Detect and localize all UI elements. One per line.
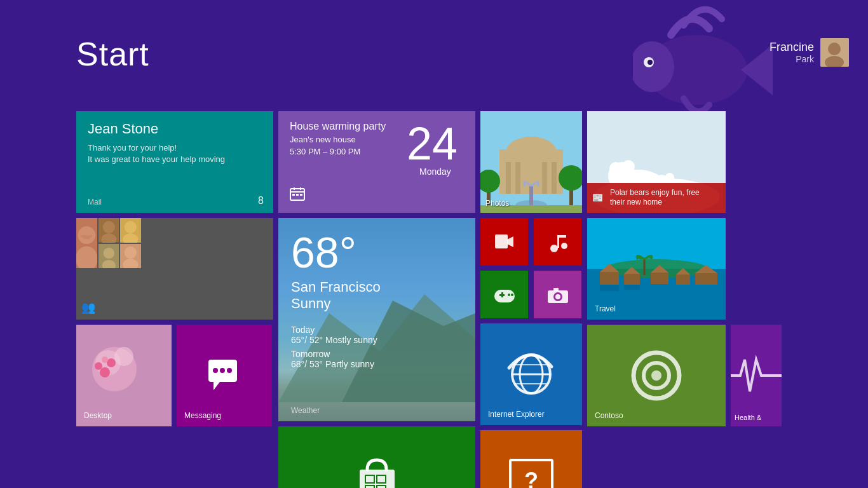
page-title: Start [76,35,149,73]
svg-rect-63 [552,162,557,194]
store-icon [353,454,401,489]
news-headline: Polar bears enjoy fun, freetheir new hom… [610,188,700,208]
svg-rect-76 [557,235,566,238]
svg-point-81 [511,294,513,296]
tile-health[interactable]: Health & [731,325,782,426]
tile-ie[interactable]: Internet Explorer [480,323,582,425]
tile-photos[interactable]: Photos [480,111,582,213]
weather-city: San Francisco [291,279,463,295]
ie-icon [506,349,557,400]
svg-rect-60 [506,162,511,194]
calendar-icon [290,187,305,205]
tile-weather[interactable]: 68° San Francisco Sunny Today 65°/ 52° M… [278,218,475,421]
tile-contoso[interactable]: Contoso [587,325,726,426]
news-icon: 📰 [592,193,605,203]
column-3: Photos [480,111,582,488]
weather-tomorrow: Tomorrow 68°/ 53° Partly sunny [291,349,463,369]
user-profile[interactable]: Francine Park [770,38,849,67]
svg-rect-104 [600,272,619,285]
music-icon [548,232,568,252]
svg-point-15 [102,221,114,233]
user-first-name: Francine [770,41,814,54]
weather-label: Weather [291,406,320,415]
weather-today: Today 65°/ 52° Mostly sunny [291,325,463,345]
cal-event-time: 5:30 PM – 9:00 PM [290,147,407,156]
small-tiles [480,218,582,318]
svg-rect-110 [676,274,690,285]
svg-rect-115 [624,285,640,290]
svg-point-4 [648,60,653,65]
tile-calendar[interactable]: House warming party Jean's new house 5:3… [278,111,475,213]
svg-rect-54 [377,476,385,482]
column-2: House warming party Jean's new house 5:3… [278,111,475,488]
svg-rect-71 [495,234,508,248]
svg-point-37 [220,368,225,373]
cal-event-title: House warming party [290,121,407,132]
svg-marker-1 [741,44,773,95]
svg-point-24 [125,246,137,258]
svg-rect-61 [515,162,520,194]
svg-point-119 [651,370,661,381]
help-icon: ? [509,459,553,488]
tile-travel[interactable]: Travel [587,218,726,320]
tile-desktop[interactable]: Desktop [76,325,172,426]
svg-rect-45 [300,194,302,196]
svg-marker-72 [507,236,513,247]
svg-marker-35 [214,382,220,390]
svg-rect-53 [366,476,374,482]
weather-condition: Sunny [291,295,463,312]
tile-help[interactable]: ? Help + Tips [480,430,582,488]
bottom-row-col4: Contoso Health & [587,325,782,426]
tile-video[interactable] [480,218,528,266]
tile-games[interactable] [480,271,528,318]
tile-people[interactable]: 👥 [76,218,273,320]
messaging-label: Messaging [184,411,221,420]
news-bar: 📰 Polar bears enjoy fun, freetheir new h… [587,183,726,213]
column-1: Jean Stone Thank you for your help! It w… [76,111,273,488]
messaging-icon [207,358,242,393]
svg-rect-55 [366,486,374,489]
svg-rect-44 [296,194,299,196]
svg-point-32 [107,358,116,367]
contoso-logo [631,350,682,401]
column-4: 📰 Polar bears enjoy fun, freetheir new h… [587,111,782,488]
svg-point-96 [622,160,635,173]
svg-point-30 [100,367,110,377]
camera-icon [547,286,569,304]
svg-point-73 [550,245,558,252]
tile-mail[interactable]: Jean Stone Thank you for your help! It w… [76,111,273,213]
svg-rect-62 [542,162,547,194]
svg-rect-85 [553,288,559,291]
weather-forecast: Today 65°/ 52° Mostly sunny Tomorrow 68°… [291,325,463,369]
tile-messaging[interactable]: Messaging [177,325,272,426]
video-icon [494,233,515,251]
svg-point-21 [103,247,114,258]
tile-music[interactable] [534,218,581,266]
bottom-row-col1: Desktop Messaging [76,325,273,426]
tile-store[interactable]: Store [278,426,475,488]
svg-point-38 [227,368,232,373]
mail-label: Mail [88,198,102,207]
cal-date-number: 24 [407,121,458,166]
people-icon: 👥 [81,301,95,315]
tiles-grid: Jean Stone Thank you for your help! It w… [76,111,782,488]
mail-sender: Jean Stone [88,121,262,137]
avatar[interactable] [820,38,849,67]
svg-point-29 [114,347,133,366]
weather-temp: 68° [291,231,463,274]
user-last-name: Park [770,54,814,64]
fish-decoration [633,0,773,127]
svg-point-80 [508,294,510,296]
svg-rect-114 [600,285,619,291]
mail-badge: 8 [258,195,264,207]
svg-rect-108 [651,273,668,284]
ie-label: Internet Explorer [488,410,545,419]
svg-rect-79 [501,292,503,297]
desktop-label: Desktop [84,411,112,420]
tile-news[interactable]: 📰 Polar bears enjoy fun, freetheir new h… [587,111,726,213]
svg-point-13 [76,246,97,268]
user-name: Francine Park [770,41,814,64]
tile-camera[interactable] [534,271,581,318]
health-label: Health & [735,414,761,421]
svg-point-31 [95,362,102,370]
